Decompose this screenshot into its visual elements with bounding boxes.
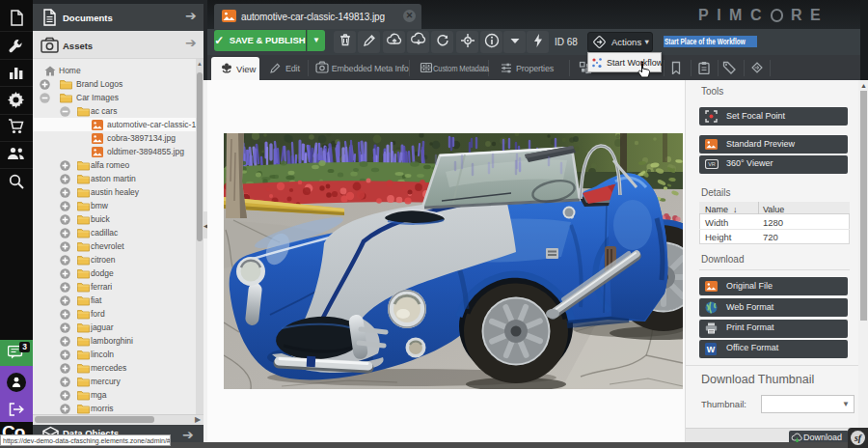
- svg-text:VR: VR: [708, 161, 716, 167]
- svg-text:W: W: [707, 344, 716, 353]
